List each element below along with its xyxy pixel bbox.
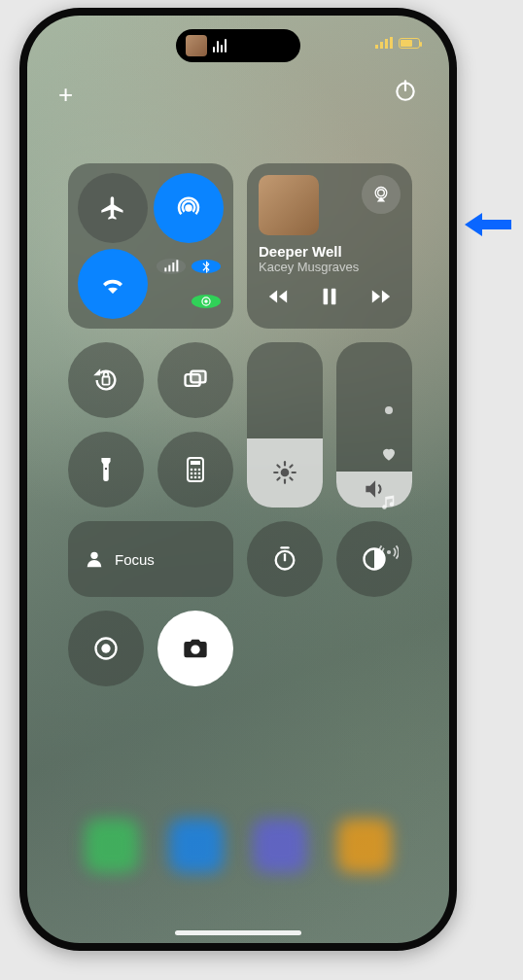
heart-icon[interactable] (380, 445, 398, 463)
dock-blur (70, 819, 406, 896)
control-center-topbar: + (27, 74, 449, 113)
power-icon (393, 78, 418, 103)
calculator-button[interactable] (157, 432, 233, 508)
svg-rect-2 (385, 39, 388, 49)
svg-rect-0 (375, 45, 378, 49)
music-note-icon[interactable] (380, 494, 398, 511)
svg-point-35 (198, 469, 201, 472)
cellular-icon (375, 37, 393, 49)
next-track-button[interactable] (369, 286, 393, 307)
svg-point-50 (387, 550, 391, 554)
camera-icon (182, 637, 209, 660)
person-icon (84, 548, 105, 570)
svg-rect-17 (103, 377, 110, 385)
brightness-slider[interactable] (247, 342, 323, 508)
bluetooth-toggle[interactable] (192, 260, 221, 273)
svg-rect-10 (176, 260, 178, 271)
cellular-icon (163, 259, 179, 274)
svg-rect-8 (168, 265, 170, 272)
svg-rect-7 (164, 267, 166, 271)
phone-frame: + (19, 8, 457, 951)
volume-slider[interactable] (336, 342, 412, 508)
airplay-icon (371, 185, 391, 204)
previous-track-button[interactable] (266, 286, 290, 307)
svg-point-41 (198, 476, 201, 479)
svg-rect-19 (191, 371, 205, 383)
play-pause-button[interactable] (319, 286, 340, 307)
svg-rect-1 (380, 42, 383, 49)
sun-icon (272, 460, 297, 485)
dynamic-island[interactable] (176, 29, 300, 62)
svg-point-34 (194, 469, 197, 472)
svg-rect-32 (191, 461, 200, 465)
battery-icon (399, 38, 420, 49)
screen-mirroring-button[interactable] (157, 342, 233, 418)
focus-button[interactable]: Focus (68, 521, 233, 597)
screen: + (27, 16, 449, 943)
airplane-mode-toggle[interactable] (78, 173, 148, 243)
svg-rect-16 (331, 289, 336, 305)
svg-point-49 (191, 646, 199, 654)
power-button[interactable] (393, 78, 418, 103)
media-artist: Kacey Musgraves (259, 260, 401, 274)
add-control-button[interactable]: + (58, 80, 73, 110)
svg-point-38 (198, 472, 201, 475)
island-album-art (186, 35, 207, 56)
dark-mode-button[interactable] (336, 521, 412, 597)
focus-label: Focus (115, 551, 155, 568)
svg-line-28 (277, 478, 279, 480)
media-track-title: Deeper Well (259, 243, 401, 260)
annotation-arrow (465, 210, 511, 239)
orientation-lock-button[interactable] (68, 342, 144, 418)
hotspot-icon (199, 295, 213, 308)
svg-line-27 (290, 478, 292, 480)
screen-record-button[interactable] (68, 611, 144, 686)
record-icon (92, 635, 120, 662)
media-module[interactable]: Deeper Well Kacey Musgraves (247, 163, 412, 329)
svg-line-26 (277, 466, 279, 468)
timer-icon (271, 545, 298, 573)
svg-point-33 (191, 469, 193, 472)
svg-point-48 (101, 644, 110, 652)
svg-rect-9 (172, 262, 174, 271)
page-dot-home[interactable] (385, 406, 393, 414)
camera-button[interactable] (157, 611, 233, 686)
screen-mirroring-icon (182, 367, 209, 394)
svg-rect-15 (324, 289, 329, 305)
svg-point-14 (378, 190, 385, 196)
svg-rect-3 (390, 37, 393, 49)
svg-point-6 (185, 204, 192, 212)
broadcast-icon[interactable] (379, 542, 399, 562)
svg-point-21 (281, 469, 290, 477)
flashlight-button[interactable] (68, 432, 144, 508)
album-art (259, 175, 319, 235)
control-center-grid: Deeper Well Kacey Musgraves (68, 163, 408, 686)
page-indicators[interactable] (379, 406, 399, 562)
connectivity-module[interactable] (68, 163, 233, 329)
flashlight-icon (95, 456, 117, 483)
wifi-icon (98, 269, 127, 298)
calculator-icon (184, 456, 207, 483)
svg-point-13 (375, 188, 387, 199)
hotspot-toggle[interactable] (192, 295, 221, 308)
svg-point-42 (90, 552, 97, 559)
cellular-toggle[interactable] (157, 259, 186, 274)
wifi-toggle[interactable] (78, 249, 148, 319)
svg-point-40 (194, 476, 197, 479)
timer-button[interactable] (247, 521, 323, 597)
airplane-icon (99, 194, 126, 222)
airdrop-toggle[interactable] (154, 173, 224, 243)
svg-point-39 (191, 476, 193, 479)
airdrop-icon (174, 193, 203, 223)
status-right (375, 37, 420, 49)
svg-line-29 (290, 466, 292, 468)
rotation-lock-icon (92, 367, 120, 394)
airplay-button[interactable] (362, 175, 401, 214)
island-audio-indicator (213, 39, 227, 52)
home-indicator[interactable] (175, 930, 301, 935)
svg-point-37 (194, 472, 197, 475)
bluetooth-icon (199, 260, 213, 273)
connectivity-more[interactable] (154, 249, 224, 319)
svg-point-36 (191, 472, 193, 475)
svg-point-11 (204, 299, 208, 303)
